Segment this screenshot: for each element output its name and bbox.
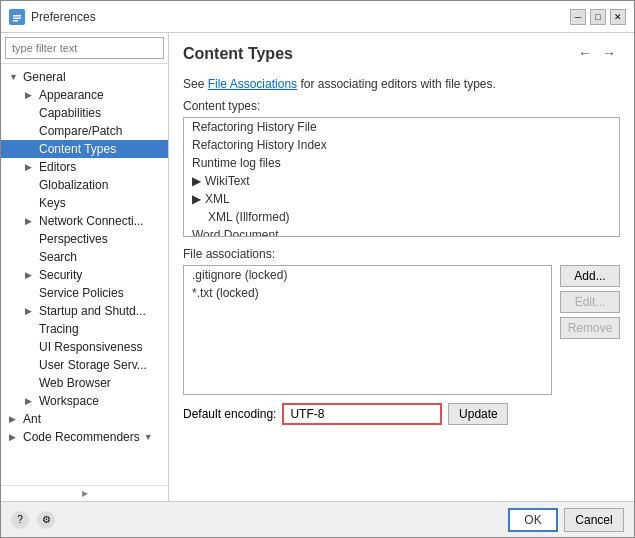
sidebar-item-ui-responsiveness[interactable]: ▶ UI Responsiveness — [1, 338, 168, 356]
sidebar-item-label: Tracing — [39, 322, 79, 336]
nav-buttons: ← → — [574, 45, 620, 61]
expand-arrow: ▶ — [192, 174, 201, 188]
sidebar-item-capabilities[interactable]: ▶ Capabilities — [1, 104, 168, 122]
bottom-right: OK Cancel — [508, 508, 624, 532]
sidebar-item-security[interactable]: ▶ Security — [1, 266, 168, 284]
filter-box — [1, 33, 168, 64]
encoding-input[interactable] — [282, 403, 442, 425]
help-icon[interactable]: ? — [11, 511, 29, 529]
list-item[interactable]: .gitignore (locked) — [184, 266, 551, 284]
back-button[interactable]: ← — [574, 45, 596, 61]
content-header: Content Types ← → — [183, 45, 620, 71]
sidebar-item-label: Content Types — [39, 142, 116, 156]
list-item[interactable]: ▶ XML — [184, 190, 619, 208]
app-icon — [9, 9, 25, 25]
title-bar-left: Preferences — [9, 9, 96, 25]
expand-arrow: ▶ — [9, 432, 19, 442]
sidebar-item-code-recommenders[interactable]: ▶ Code Recommenders ▼ — [1, 428, 168, 446]
list-item[interactable]: ▶ WikiText — [184, 172, 619, 190]
content-types-label: Content types: — [183, 99, 620, 113]
sidebar-item-label: Security — [39, 268, 82, 282]
list-item[interactable]: XML (Illformed) — [184, 208, 619, 226]
sidebar-item-search[interactable]: ▶ Search — [1, 248, 168, 266]
sidebar-item-label: Keys — [39, 196, 66, 210]
sidebar-item-tracing[interactable]: ▶ Tracing — [1, 320, 168, 338]
sidebar-item-compare-patch[interactable]: ▶ Compare/Patch — [1, 122, 168, 140]
sidebar-item-label: Workspace — [39, 394, 99, 408]
sidebar-item-label: Perspectives — [39, 232, 108, 246]
preferences-window: Preferences ─ □ ✕ ▼ General ▶ A — [0, 0, 635, 538]
sidebar-item-workspace[interactable]: ▶ Workspace — [1, 392, 168, 410]
sidebar-item-ant[interactable]: ▶ Ant — [1, 410, 168, 428]
sidebar-item-label: User Storage Serv... — [39, 358, 147, 372]
encoding-label: Default encoding: — [183, 407, 276, 421]
remove-button[interactable]: Remove — [560, 317, 620, 339]
sidebar-item-label: Search — [39, 250, 77, 264]
encoding-row: Default encoding: Update — [183, 403, 620, 425]
sidebar: ▼ General ▶ Appearance ▶ Capabilities ▶ … — [1, 33, 169, 501]
list-item[interactable]: Runtime log files — [184, 154, 619, 172]
svg-rect-2 — [13, 17, 21, 19]
sidebar-item-editors[interactable]: ▶ Editors — [1, 158, 168, 176]
sidebar-item-web-browser[interactable]: ▶ Web Browser — [1, 374, 168, 392]
bottom-left: ? ⚙ — [11, 511, 55, 529]
sidebar-item-network-connections[interactable]: ▶ Network Connecti... — [1, 212, 168, 230]
window-controls[interactable]: ─ □ ✕ — [570, 9, 626, 25]
title-bar: Preferences ─ □ ✕ — [1, 1, 634, 33]
sidebar-item-service-policies[interactable]: ▶ Service Policies — [1, 284, 168, 302]
sidebar-item-label: Code Recommenders — [23, 430, 140, 444]
settings-icon[interactable]: ⚙ — [37, 511, 55, 529]
bottom-bar: ? ⚙ OK Cancel — [1, 501, 634, 537]
sidebar-item-globalization[interactable]: ▶ Globalization — [1, 176, 168, 194]
expand-arrow: ▶ — [25, 90, 35, 100]
sidebar-item-label: Capabilities — [39, 106, 101, 120]
list-item[interactable]: Word Document — [184, 226, 619, 237]
sidebar-item-keys[interactable]: ▶ Keys — [1, 194, 168, 212]
file-associations-link[interactable]: File Associations — [208, 77, 297, 91]
cancel-button[interactable]: Cancel — [564, 508, 624, 532]
sidebar-item-label: Ant — [23, 412, 41, 426]
page-title: Content Types — [183, 45, 293, 63]
sidebar-item-content-types[interactable]: ▶ Content Types — [1, 140, 168, 158]
expand-arrow: ▶ — [25, 216, 35, 226]
expand-arrow: ▶ — [25, 306, 35, 316]
sidebar-item-label: Web Browser — [39, 376, 111, 390]
file-associations-label: File associations: — [183, 247, 620, 261]
expand-arrow: ▶ — [25, 270, 35, 280]
expand-arrow: ▼ — [9, 72, 19, 82]
sidebar-item-label: Appearance — [39, 88, 104, 102]
list-item[interactable]: Refactoring History File — [184, 118, 619, 136]
content-area: Content Types ← → See File Associations … — [169, 33, 634, 501]
expand-arrow: ▶ — [25, 162, 35, 172]
content-types-list: Refactoring History File Refactoring His… — [183, 117, 620, 237]
sidebar-item-startup-shutdown[interactable]: ▶ Startup and Shutd... — [1, 302, 168, 320]
file-associations-section: .gitignore (locked) *.txt (locked) Add..… — [183, 265, 620, 395]
minimize-button[interactable]: ─ — [570, 9, 586, 25]
sidebar-item-label: Startup and Shutd... — [39, 304, 146, 318]
update-button[interactable]: Update — [448, 403, 508, 425]
sidebar-item-user-storage[interactable]: ▶ User Storage Serv... — [1, 356, 168, 374]
maximize-button[interactable]: □ — [590, 9, 606, 25]
list-item[interactable]: Refactoring History Index — [184, 136, 619, 154]
list-item[interactable]: *.txt (locked) — [184, 284, 551, 302]
sidebar-item-general[interactable]: ▼ General — [1, 68, 168, 86]
sidebar-item-label: General — [23, 70, 66, 84]
sidebar-item-label: Service Policies — [39, 286, 124, 300]
window-title: Preferences — [31, 10, 96, 24]
expand-arrow: ▶ — [192, 192, 201, 206]
tree: ▼ General ▶ Appearance ▶ Capabilities ▶ … — [1, 64, 168, 485]
ok-button[interactable]: OK — [508, 508, 558, 532]
forward-button[interactable]: → — [598, 45, 620, 61]
file-associations-list: .gitignore (locked) *.txt (locked) — [183, 265, 552, 395]
sidebar-item-label: UI Responsiveness — [39, 340, 142, 354]
expand-arrow: ▶ — [25, 396, 35, 406]
filter-input[interactable] — [5, 37, 164, 59]
edit-button[interactable]: Edit... — [560, 291, 620, 313]
sidebar-item-label: Globalization — [39, 178, 108, 192]
close-button[interactable]: ✕ — [610, 9, 626, 25]
sidebar-item-appearance[interactable]: ▶ Appearance — [1, 86, 168, 104]
sidebar-item-perspectives[interactable]: ▶ Perspectives — [1, 230, 168, 248]
resize-handle[interactable]: ▶ — [1, 485, 168, 501]
expand-arrow: ▶ — [9, 414, 19, 424]
add-button[interactable]: Add... — [560, 265, 620, 287]
